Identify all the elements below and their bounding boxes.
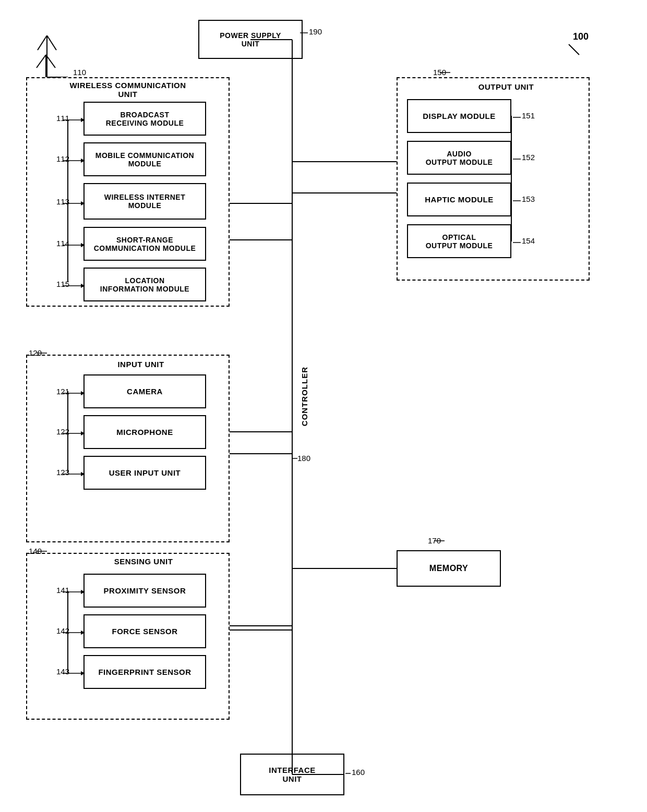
ref-170-arrow [434,538,455,543]
force-sensor-box: FORCE SENSOR [83,614,206,648]
sensing-unit-label: SENSING UNIT [91,557,196,566]
proximity-sensor-box: PROXIMITY SENSOR [83,574,206,608]
input-unit-label: INPUT UNIT [99,360,183,369]
ref-111-arrow [63,117,83,123]
ref-190-arrow [300,29,310,39]
short-range-label: SHORT-RANGECOMMUNICATION MODULE [94,236,196,252]
ref-154-line [513,240,526,245]
haptic-module-label: HAPTIC MODULE [425,195,494,204]
output-unit-label: OUTPUT UNIT [459,82,553,91]
power-supply-label: POWER SUPPLY UNIT [220,31,281,48]
haptic-module-box: HAPTIC MODULE [407,183,511,216]
ref-113-arrow [63,201,83,206]
ref-160-line [345,771,358,776]
ref-140-arrow [37,549,57,554]
diagram: POWER SUPPLY UNIT 190 100 CONTROLLER WIR… [0,0,647,812]
location-info-box: LOCATIONINFORMATION MODULE [83,268,206,301]
audio-output-box: AUDIOOUTPUT MODULE [407,141,511,175]
mobile-comm-box: MOBILE COMMUNICATIONMODULE [83,142,206,176]
ref-115-arrow [63,283,83,288]
ref-153-line [513,198,526,203]
ref-121-arrow [63,391,83,396]
ref-150-arrow [440,70,461,75]
ref-123-arrow [63,471,83,477]
microphone-box: MICROPHONE [83,415,206,449]
ref-151-line [513,115,526,120]
user-input-label: USER INPUT UNIT [109,468,181,477]
ref-152-line [513,156,526,162]
broadcast-module-label: BROADCASTRECEIVING MODULE [106,111,184,127]
audio-output-label: AUDIOOUTPUT MODULE [426,150,493,166]
proximity-sensor-label: PROXIMITY SENSOR [104,586,186,595]
wireless-internet-label: WIRELESS INTERNETMODULE [104,193,186,210]
antenna-icon [35,35,58,80]
fingerprint-sensor-label: FINGERPRINT SENSOR [98,668,191,676]
ref-114-arrow [63,243,83,248]
display-module-label: DISPLAY MODULE [423,112,496,120]
display-module-box: DISPLAY MODULE [407,99,511,133]
ref-100: 100 [573,31,589,42]
ref-110: 110 [73,68,86,77]
mobile-comm-label: MOBILE COMMUNICATIONMODULE [95,151,194,168]
controller-label-container: CONTROLLER [296,365,312,428]
ref-143-arrow [63,671,83,676]
memory-label: MEMORY [429,564,468,573]
location-info-label: LOCATIONINFORMATION MODULE [100,276,189,293]
svg-line-63 [38,35,47,50]
camera-label: CAMERA [127,387,163,396]
ref-142-arrow [63,630,83,635]
wireless-internet-box: WIRELESS INTERNETMODULE [83,183,206,220]
ref-122-arrow [63,431,83,436]
optical-output-box: OPTICALOUTPUT MODULE [407,224,511,258]
ref-112-arrow [63,158,83,163]
ref-180-line [292,456,313,461]
ref-141-arrow [63,589,83,595]
force-sensor-label: FORCE SENSOR [112,627,177,636]
fingerprint-sensor-box: FINGERPRINT SENSOR [83,655,206,689]
short-range-box: SHORT-RANGECOMMUNICATION MODULE [83,227,206,261]
optical-output-label: OPTICALOUTPUT MODULE [426,233,493,250]
controller-label: CONTROLLER [300,367,309,426]
interface-unit-box: INTERFACEUNIT [240,754,344,795]
power-supply-box: POWER SUPPLY UNIT [198,20,303,59]
memory-box: MEMORY [397,550,501,587]
svg-line-28 [569,44,579,55]
microphone-label: MICROPHONE [116,428,173,437]
ref-190: 190 [309,27,322,36]
svg-line-64 [47,35,56,50]
broadcast-module-box: BROADCASTRECEIVING MODULE [83,102,206,136]
interface-unit-label: INTERFACEUNIT [269,766,316,783]
user-input-box: USER INPUT UNIT [83,456,206,490]
ref-120-arrow [37,350,57,356]
wireless-unit-label: WIRELESS COMMUNICATIONUNIT [47,81,209,99]
camera-box: CAMERA [83,374,206,408]
